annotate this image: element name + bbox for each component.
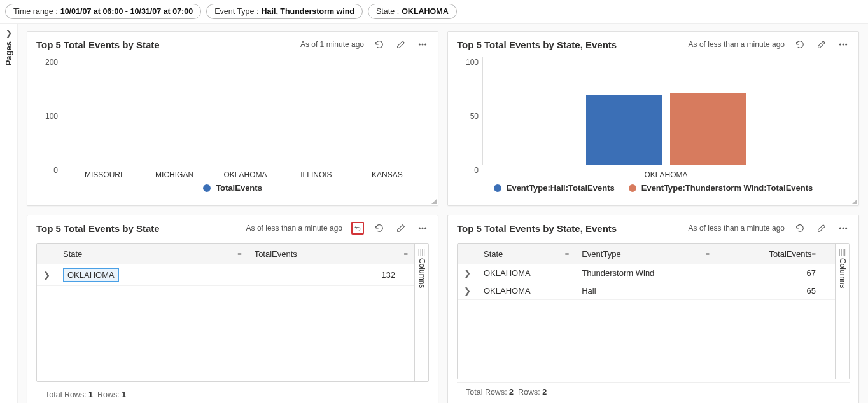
filter-value: Hail, Thunderstorm wind — [261, 7, 354, 16]
cell-event: Thunderstorm Wind — [575, 264, 716, 282]
pages-label: Pages — [4, 41, 13, 65]
more-icon[interactable] — [837, 222, 850, 235]
svg-point-3 — [839, 44, 841, 45]
legend-item: EventType:Thunderstorm Wind:TotalEvents — [629, 183, 813, 193]
column-header-totalevents[interactable]: TotalEvents≡ — [248, 244, 414, 264]
svg-point-5 — [846, 44, 847, 45]
grouped-bar-chart: 050100 — [457, 57, 850, 165]
columns-icon: |||| — [839, 244, 846, 256]
edit-icon[interactable] — [395, 222, 407, 235]
refresh-icon[interactable] — [794, 38, 806, 51]
cell-total: 65 — [716, 282, 835, 300]
table-row[interactable]: ❯ OKLAHOMA 132 — [37, 264, 414, 286]
legend-label: TotalEvents — [216, 183, 262, 193]
columns-panel-toggle[interactable]: |||| Columns — [414, 244, 428, 381]
columns-icon: |||| — [418, 244, 425, 256]
tile-title: Top 5 Total Events by State, Events — [457, 39, 617, 50]
edit-icon[interactable] — [815, 38, 828, 51]
legend-item: TotalEvents — [203, 183, 262, 193]
cell-total: 67 — [716, 264, 835, 282]
filter-state[interactable]: State : OKLAHOMA — [368, 4, 457, 19]
column-menu-icon[interactable]: ≡ — [565, 249, 569, 257]
table-row[interactable]: ❯ OKLAHOMA Thunderstorm Wind 67 — [458, 264, 835, 282]
column-menu-icon[interactable]: ≡ — [812, 249, 816, 257]
filter-value: OKLAHOMA — [402, 7, 449, 16]
cell-total: 132 — [248, 264, 414, 286]
legend-label: EventType:Hail:TotalEvents — [507, 183, 615, 193]
asof-text: As of less than a minute ago — [689, 224, 785, 233]
x-axis-label: MICHIGAN — [139, 170, 209, 179]
refresh-icon[interactable] — [373, 222, 386, 235]
chevron-right-icon[interactable]: ❯ — [6, 29, 12, 38]
tile-title: Top 5 Total Events by State — [36, 39, 160, 50]
x-axis-label: MISSOURI — [68, 170, 139, 179]
bar-chart: 0100200 — [36, 57, 429, 165]
filter-value: 10/01/07 at 06:00 - 10/31/07 at 07:00 — [60, 7, 193, 16]
x-axis-label: OKLAHOMA — [210, 170, 281, 179]
cell-event: Hail — [575, 282, 716, 300]
expand-row-icon[interactable]: ❯ — [458, 282, 477, 300]
filter-event-type[interactable]: Event Type : Hail, Thunderstorm wind — [206, 4, 363, 19]
column-header-eventtype[interactable]: EventType≡ — [575, 244, 716, 264]
tile-top5-state-events-chart: Top 5 Total Events by State, Events As o… — [447, 31, 859, 206]
more-icon[interactable] — [837, 38, 850, 51]
svg-point-8 — [425, 228, 426, 229]
cell-state: OKLAHOMA — [477, 282, 575, 300]
column-menu-icon[interactable]: ≡ — [404, 249, 408, 257]
edit-icon[interactable] — [815, 222, 828, 235]
resize-handle[interactable] — [852, 199, 857, 204]
legend-item: EventType:Hail:TotalEvents — [494, 183, 615, 193]
svg-point-11 — [846, 228, 847, 229]
refresh-icon[interactable] — [373, 38, 386, 51]
table-footer: Total Rows: 1 Rows: 1 — [36, 385, 429, 403]
more-icon[interactable] — [416, 222, 429, 235]
column-header-state[interactable]: State≡ — [57, 244, 248, 264]
svg-point-9 — [839, 228, 841, 229]
filter-bar: Time range : 10/01/07 at 06:00 - 10/31/0… — [0, 0, 868, 24]
svg-point-6 — [419, 228, 420, 229]
resize-handle[interactable] — [431, 199, 437, 204]
columns-label: Columns — [838, 258, 847, 288]
svg-point-4 — [843, 44, 844, 45]
tile-title: Top 5 Total Events by State, Events — [457, 223, 617, 234]
column-header-state[interactable]: State≡ — [477, 244, 575, 264]
data-table: State≡ TotalEvents≡ ❯ OKLAHOMA 132 — [37, 244, 414, 286]
bar[interactable] — [670, 93, 746, 165]
tile-top5-state-table: Top 5 Total Events by State As of less t… — [27, 215, 438, 403]
cell-state-highlighted[interactable]: OKLAHOMA — [63, 268, 119, 282]
edit-icon[interactable] — [395, 38, 407, 51]
column-menu-icon[interactable]: ≡ — [237, 249, 241, 257]
pages-panel-collapsed[interactable]: ❯ Pages — [0, 24, 18, 403]
tile-top5-state-chart: Top 5 Total Events by State As of 1 minu… — [27, 31, 438, 206]
expand-row-icon[interactable]: ❯ — [37, 264, 57, 286]
column-header-totalevents[interactable]: TotalEvents≡ — [716, 244, 835, 264]
table-row[interactable]: ❯ OKLAHOMA Hail 65 — [458, 282, 835, 300]
bar[interactable] — [586, 95, 662, 166]
x-axis-label: KANSAS — [352, 170, 423, 179]
column-menu-icon[interactable]: ≡ — [706, 249, 710, 257]
table-footer: Total Rows: 2 Rows: 2 — [457, 382, 850, 402]
svg-point-7 — [422, 228, 423, 229]
svg-point-1 — [422, 44, 423, 45]
more-icon[interactable] — [416, 38, 429, 51]
cell-state: OKLAHOMA — [477, 264, 575, 282]
legend-dot-icon — [629, 184, 636, 192]
columns-panel-toggle[interactable]: |||| Columns — [835, 244, 849, 379]
columns-label: Columns — [417, 258, 426, 288]
tile-top5-state-events-table: Top 5 Total Events by State, Events As o… — [447, 215, 859, 403]
legend-dot-icon — [494, 184, 501, 192]
expand-row-icon[interactable]: ❯ — [458, 264, 477, 282]
filter-time-range[interactable]: Time range : 10/01/07 at 06:00 - 10/31/0… — [5, 4, 201, 19]
x-axis-label: OKLAHOMA — [489, 170, 843, 179]
asof-text: As of less than a minute ago — [689, 40, 785, 49]
data-table: State≡ EventType≡ TotalEvents≡ ❯ OKLAHOM… — [458, 244, 835, 300]
filter-label: State : — [376, 7, 399, 16]
undo-icon[interactable] — [351, 222, 364, 235]
legend-label: EventType:Thunderstorm Wind:TotalEvents — [641, 183, 813, 193]
x-axis-label: ILLINOIS — [281, 170, 351, 179]
filter-label: Time range : — [13, 7, 58, 16]
svg-point-0 — [419, 44, 420, 45]
tile-title: Top 5 Total Events by State — [36, 223, 160, 234]
svg-point-10 — [843, 228, 844, 229]
refresh-icon[interactable] — [794, 222, 806, 235]
